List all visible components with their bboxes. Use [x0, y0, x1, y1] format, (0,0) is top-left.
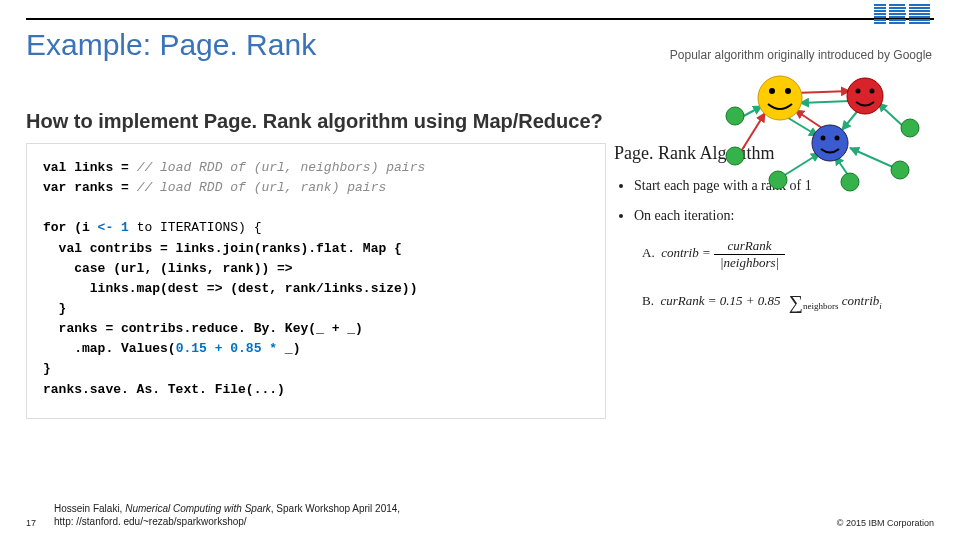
sigma-icon: ∑ [784, 291, 803, 313]
citation-url: http: //stanford. edu/~rezab/sparkworksh… [54, 516, 247, 527]
code-line: ranks = contribs.reduce. By. Key(_ + _) [43, 321, 363, 336]
svg-line-31 [878, 103, 905, 128]
svg-point-35 [847, 78, 883, 114]
svg-point-37 [870, 89, 875, 94]
svg-point-44 [841, 173, 859, 191]
code-line: to ITERATIONS) { [129, 220, 262, 235]
pagerank-graphic [700, 58, 930, 198]
svg-point-33 [769, 88, 775, 94]
svg-rect-1 [874, 7, 886, 9]
code-line: var ranks = [43, 180, 137, 195]
svg-rect-13 [889, 22, 905, 24]
svg-rect-15 [909, 7, 930, 9]
svg-rect-7 [889, 4, 905, 6]
citation-author: Hossein Falaki, [54, 503, 125, 514]
code-literal: 0.15 + 0.85 * [176, 341, 285, 356]
svg-rect-16 [909, 10, 930, 12]
step-lhs: curRank = 0.15 + 0.85 [660, 293, 780, 308]
svg-rect-14 [909, 4, 930, 6]
svg-point-45 [891, 161, 909, 179]
svg-line-21 [795, 91, 850, 93]
subscript-i: i [879, 301, 882, 311]
footer-left: 17 Hossein Falaki, Numerical Computing w… [26, 502, 400, 528]
code-line: case (url, (links, rank)) => [43, 261, 293, 276]
svg-point-38 [812, 125, 848, 161]
svg-rect-3 [874, 13, 886, 15]
code-comment: // load RDD of (url, neighbors) pairs [137, 160, 426, 175]
ibm-logo [874, 6, 930, 24]
svg-rect-6 [874, 22, 886, 24]
algorithm-step-b: B. curRank = 0.15 + 0.85 ∑neighbors cont… [642, 287, 914, 311]
top-divider [26, 18, 934, 20]
svg-rect-2 [874, 10, 886, 12]
code-block: val links = // load RDD of (url, neighbo… [26, 143, 606, 419]
svg-rect-18 [909, 16, 930, 18]
code-line: _) [285, 341, 301, 356]
code-line: val links = [43, 160, 137, 175]
svg-point-41 [726, 107, 744, 125]
step-label: A. [642, 245, 655, 260]
svg-point-43 [769, 171, 787, 189]
algorithm-step-a: A. contrib = curRank |neighbors| [642, 238, 914, 271]
code-literal: <- 1 [98, 220, 129, 235]
page-number: 17 [26, 518, 36, 528]
svg-rect-0 [874, 4, 886, 6]
code-line: ranks.save. As. Text. File(...) [43, 382, 285, 397]
code-line: val contribs = links.join(ranks).flat. M… [43, 241, 402, 256]
svg-rect-11 [889, 16, 905, 18]
fraction-num: curRank [714, 238, 785, 255]
code-line: } [43, 301, 66, 316]
slide-root: Example: Page. Rank Popular algorithm or… [0, 0, 960, 540]
footer: 17 Hossein Falaki, Numerical Computing w… [26, 502, 934, 528]
svg-rect-12 [889, 19, 906, 21]
svg-rect-17 [909, 13, 930, 15]
svg-point-32 [758, 76, 802, 120]
svg-rect-9 [889, 10, 905, 12]
svg-rect-8 [889, 7, 906, 9]
copyright: © 2015 IBM Corporation [837, 518, 934, 528]
citation-work: Numerical Computing with Spark [125, 503, 271, 514]
fraction: curRank |neighbors| [714, 238, 785, 271]
svg-line-28 [780, 153, 820, 178]
sigma-sub: neighbors [803, 301, 839, 311]
svg-line-22 [800, 101, 850, 103]
svg-point-34 [785, 88, 791, 94]
svg-line-30 [850, 148, 895, 168]
svg-point-40 [835, 136, 840, 141]
citation-rest: , Spark Workshop April 2014, [271, 503, 400, 514]
slide-title: Example: Page. Rank [26, 28, 316, 62]
svg-point-36 [856, 89, 861, 94]
svg-rect-5 [874, 19, 886, 21]
code-line: for (i [43, 220, 98, 235]
step-label: B. [642, 293, 654, 308]
algorithm-bullet: On each iteration: [634, 208, 914, 224]
svg-rect-19 [909, 19, 930, 21]
code-line: .map. Values( [43, 341, 176, 356]
svg-point-42 [726, 147, 744, 165]
step-rhs: contrib [842, 293, 880, 308]
svg-point-46 [901, 119, 919, 137]
ibm-logo-svg [874, 4, 930, 24]
code-comment: // load RDD of (url, rank) pairs [137, 180, 387, 195]
svg-line-24 [795, 110, 825, 130]
step-lhs: contrib = [661, 245, 711, 260]
svg-rect-20 [909, 22, 930, 24]
citation: Hossein Falaki, Numerical Computing with… [54, 502, 400, 528]
svg-rect-10 [889, 13, 906, 15]
svg-point-39 [821, 136, 826, 141]
svg-rect-4 [874, 16, 886, 18]
code-line: links.map(dest => (dest, rank/links.size… [43, 281, 417, 296]
code-line: } [43, 361, 51, 376]
fraction-den: |neighbors| [714, 255, 785, 271]
